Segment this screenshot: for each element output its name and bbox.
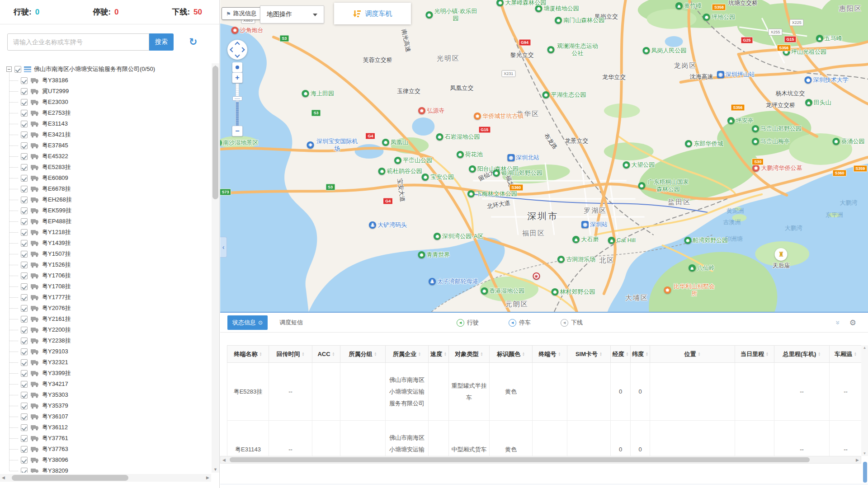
vehicle-checkbox[interactable]: [21, 359, 28, 366]
zoom-slider-handle[interactable]: [232, 96, 242, 101]
vehicle-checkbox[interactable]: [21, 110, 28, 117]
sort-icon[interactable]: [332, 352, 335, 357]
dispatch-terminal-button[interactable]: 调度车机: [334, 3, 411, 24]
vehicle-checkbox[interactable]: [21, 186, 28, 192]
vehicle-checkbox[interactable]: [21, 240, 28, 247]
tree-root-company[interactable]: 佛山市南海区小塘塘安运输服务有限公司(0/50): [0, 63, 211, 75]
vehicle-tree-item[interactable]: 粤Y1708挂: [0, 281, 211, 292]
pan-down-icon[interactable]: [235, 52, 240, 57]
tab-status-info[interactable]: 状态信息: [227, 315, 268, 330]
legend-item[interactable]: 下线: [561, 319, 583, 327]
sidebar-collapse-handle[interactable]: [220, 237, 227, 258]
vehicle-tree-item[interactable]: 粤Y36112: [0, 422, 211, 433]
vehicle-tree-item[interactable]: 粤Y38096: [0, 455, 211, 465]
sort-icon[interactable]: [599, 352, 602, 357]
table-header-cell[interactable]: 经度: [611, 346, 631, 363]
vehicle-tree-item[interactable]: 粤E23030: [0, 97, 211, 108]
vehicle-checkbox[interactable]: [21, 381, 28, 388]
vehicle-checkbox[interactable]: [21, 435, 28, 442]
vehicle-tree-item[interactable]: 粤Y34217: [0, 379, 211, 389]
vehicle-checkbox[interactable]: [21, 272, 28, 279]
sort-icon[interactable]: [481, 352, 483, 357]
table-header-cell[interactable]: ACC: [312, 346, 340, 363]
vehicle-tree-item[interactable]: 粤Y1507挂: [0, 249, 211, 259]
vehicle-tree-item[interactable]: 粤EH268挂: [0, 194, 211, 205]
table-header-cell[interactable]: 速度: [429, 346, 449, 363]
sort-icon[interactable]: [698, 352, 701, 357]
vehicle-checkbox[interactable]: [21, 316, 28, 323]
vehicle-checkbox[interactable]: [21, 88, 28, 95]
zoom-slider-track[interactable]: [236, 83, 239, 127]
vehicle-tree-item[interactable]: 粤Y35303: [0, 389, 211, 400]
sort-icon[interactable]: [302, 352, 305, 357]
sort-icon[interactable]: [522, 352, 525, 357]
vehicle-checkbox[interactable]: [21, 142, 28, 149]
vehicle-checkbox[interactable]: [21, 446, 28, 453]
table-scroll-left-icon[interactable]: ◀: [222, 458, 226, 462]
vehicle-tree-item[interactable]: 粤Y2161挂: [0, 314, 211, 324]
zoom-in-button[interactable]: +: [232, 72, 243, 83]
sort-icon[interactable]: [444, 352, 447, 357]
vehicle-tree-item[interactable]: 粤Y37761: [0, 433, 211, 444]
pan-right-icon[interactable]: [240, 47, 245, 52]
map-canvas[interactable]: 光明区 龙华区 龙岗区 惠阳区 罗湖区: [220, 0, 868, 312]
vehicle-tree-item[interactable]: 粤E3421挂: [0, 129, 211, 140]
vehicle-tree-item[interactable]: 粤EP488挂: [0, 216, 211, 227]
vehicle-checkbox[interactable]: [21, 197, 28, 203]
table-header-cell[interactable]: 纬度: [631, 346, 650, 363]
vehicle-tree-item[interactable]: 粤Y37763: [0, 444, 211, 455]
table-header-cell[interactable]: 所属分组: [340, 346, 386, 363]
sort-icon[interactable]: [418, 352, 421, 357]
scroll-left-icon[interactable]: ◀: [2, 475, 5, 480]
legend-item[interactable]: 行驶: [457, 319, 479, 327]
vehicle-checkbox[interactable]: [21, 262, 28, 268]
table-header-cell[interactable]: 对象类型: [449, 346, 490, 363]
vehicle-checkbox[interactable]: [21, 131, 28, 138]
vehicle-tree-item[interactable]: 粤Y2076挂: [0, 303, 211, 314]
vehicle-tree-item[interactable]: 粤Y32321: [0, 357, 211, 368]
vehicle-checkbox[interactable]: [21, 392, 28, 399]
vehicle-tree-item[interactable]: 粤Y1777挂: [0, 292, 211, 303]
tree-hscroll-thumb[interactable]: [12, 475, 128, 481]
vehicle-tree-item[interactable]: 粤E60809: [0, 173, 211, 183]
sort-icon[interactable]: [259, 352, 262, 357]
vehicle-checkbox[interactable]: [21, 424, 28, 431]
sort-icon[interactable]: [374, 352, 377, 357]
vehicle-tree-item[interactable]: 粤Y38209: [0, 465, 211, 473]
collapse-panel-icon[interactable]: [833, 321, 841, 325]
vehicle-checkbox[interactable]: [21, 229, 28, 236]
table-header-cell[interactable]: 标识颜色: [490, 346, 533, 363]
tree-vertical-scrollbar[interactable]: ▲ ▼: [212, 63, 219, 473]
vehicle-tree-item[interactable]: 粤E45322: [0, 151, 211, 162]
table-header-cell[interactable]: 所属企业: [386, 346, 429, 363]
vehicle-tree-item[interactable]: 粤Y1439挂: [0, 238, 211, 249]
company-checkbox[interactable]: [14, 66, 21, 73]
sort-icon[interactable]: [854, 352, 857, 357]
vehicle-checkbox[interactable]: [21, 153, 28, 160]
vehicle-checkbox[interactable]: [21, 294, 28, 301]
vehicle-checkbox[interactable]: [21, 305, 28, 312]
map-center-button[interactable]: [232, 62, 242, 72]
table-scroll-right-icon[interactable]: ▶: [856, 458, 859, 462]
scroll-down-icon[interactable]: ▼: [212, 467, 219, 472]
table-header-cell[interactable]: 总里程(车机): [774, 346, 830, 363]
map-pan-control[interactable]: [227, 40, 247, 60]
vehicle-tree-item[interactable]: 粤Y1526挂: [0, 259, 211, 270]
vehicle-checkbox[interactable]: [21, 164, 28, 171]
table-vertical-scrollbar[interactable]: ▲ ▼: [861, 345, 868, 456]
vehicle-tree-item[interactable]: 粤Y1706挂: [0, 270, 211, 281]
vehicle-tree-item[interactable]: 粤Y29103: [0, 346, 211, 357]
table-header-cell[interactable]: 位置: [650, 346, 735, 363]
table-scroll-up-icon[interactable]: ▲: [861, 346, 868, 350]
legend-item[interactable]: 停车: [509, 319, 531, 327]
vehicle-tree-item[interactable]: 粤E2753挂: [0, 108, 211, 118]
vehicle-checkbox[interactable]: [21, 251, 28, 258]
table-horizontal-scrollbar[interactable]: ◀ ▶: [220, 456, 861, 464]
search-button[interactable]: 搜索: [149, 33, 174, 51]
vehicle-tree-item[interactable]: 粤Y2238挂: [0, 335, 211, 346]
table-hscroll-thumb[interactable]: [230, 457, 810, 462]
vehicle-tree-item[interactable]: 粤E6678挂: [0, 183, 211, 194]
table-row[interactable]: 粤E31143 -- 佛山市南海区小塘塘安运输服务有限公司 中型厢式货车 黄色 …: [227, 421, 862, 456]
sort-icon[interactable]: [558, 352, 561, 357]
table-header-cell[interactable]: 回传时间: [269, 346, 312, 363]
